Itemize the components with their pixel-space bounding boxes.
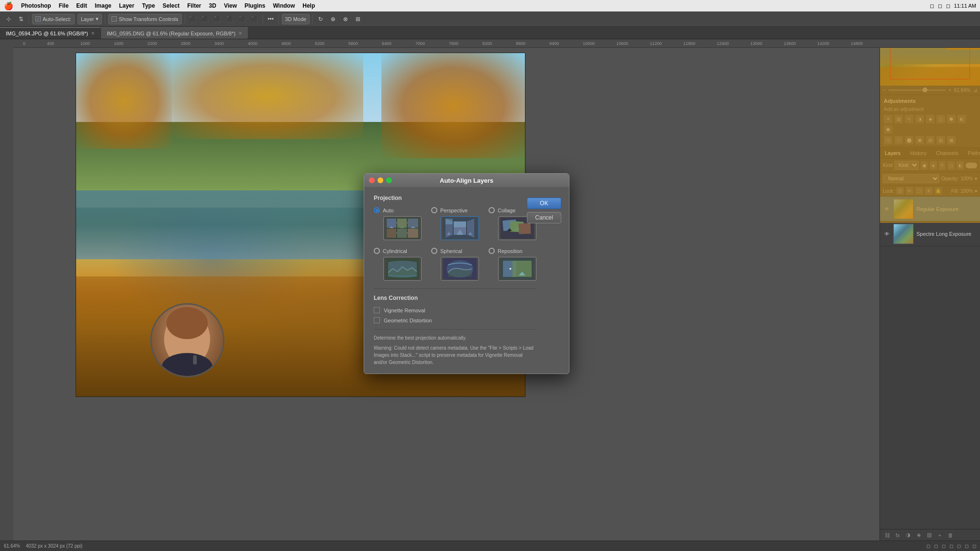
geometric-label: Geometric Distortion bbox=[384, 318, 432, 323]
tab-img-0594[interactable]: IMG_0594.JPG @ 61.6% (RGB/8*) ✕ bbox=[0, 27, 101, 39]
auto-select-dropdown[interactable]: Layer ▾ bbox=[78, 14, 102, 24]
spherical-radio[interactable] bbox=[431, 248, 437, 254]
status-icon-3[interactable]: ◻ bbox=[942, 543, 946, 549]
projection-auto[interactable]: Auto bbox=[374, 207, 422, 240]
svg-text:7000: 7000 bbox=[415, 41, 425, 46]
3d-menu[interactable]: 3D bbox=[209, 2, 216, 9]
window-menu[interactable]: Window bbox=[273, 2, 295, 9]
edit-menu[interactable]: Edit bbox=[76, 2, 87, 9]
perspective-radio-row: Perspective bbox=[431, 207, 468, 213]
dialog-cancel-button[interactable]: Cancel bbox=[527, 212, 561, 223]
apple-menu[interactable]: 🍎 bbox=[4, 1, 13, 11]
3d-tool-3-icon[interactable]: ⊗ bbox=[341, 14, 350, 24]
dialog-ok-button[interactable]: OK bbox=[527, 198, 561, 209]
tab-close-1[interactable]: ✕ bbox=[238, 31, 242, 36]
image-menu[interactable]: Image bbox=[95, 2, 111, 9]
svg-text:13000: 13000 bbox=[750, 41, 762, 46]
perspective-radio[interactable] bbox=[431, 207, 437, 213]
svg-text:11800: 11800 bbox=[683, 41, 695, 46]
align-bottom-icon[interactable]: ⬛ bbox=[250, 14, 260, 24]
show-transform-checkbox[interactable]: Show Transform Controls bbox=[108, 14, 181, 24]
projection-perspective[interactable]: Perspective bbox=[431, 207, 479, 240]
vignette-label: Vignette Removal bbox=[384, 308, 425, 313]
align-left-icon[interactable]: ⬛ bbox=[188, 14, 198, 24]
rotation-tool-icon[interactable]: ↻ bbox=[316, 14, 325, 24]
minimize-traffic-light[interactable] bbox=[378, 177, 383, 183]
tab-close-0[interactable]: ✕ bbox=[91, 31, 95, 36]
status-icon-7[interactable]: ◻ bbox=[972, 543, 976, 549]
align-top-icon[interactable]: ⬛ bbox=[225, 14, 235, 24]
maximize-traffic-light[interactable] bbox=[386, 177, 392, 183]
spherical-icon-box[interactable] bbox=[441, 257, 479, 281]
view-menu[interactable]: View bbox=[224, 2, 237, 9]
projection-spherical[interactable]: Spherical bbox=[431, 248, 479, 281]
layer-menu[interactable]: Layer bbox=[119, 2, 134, 9]
status-icon-1[interactable]: ◻ bbox=[926, 543, 930, 549]
arrange-icon[interactable]: ⇅ bbox=[16, 14, 26, 24]
layer-style-icon[interactable]: fx bbox=[893, 531, 902, 540]
layer-item-regular[interactable]: 👁 Regular Exposure bbox=[880, 197, 980, 221]
auto-icon-box[interactable] bbox=[383, 216, 422, 240]
webcam-overlay bbox=[150, 303, 224, 377]
perspective-label: Perspective bbox=[440, 208, 468, 213]
status-icon-6[interactable]: ◻ bbox=[965, 543, 969, 549]
projection-cylindrical[interactable]: Cylindrical bbox=[374, 248, 422, 281]
auto-select-checkbox[interactable]: ✓ Auto-Select: bbox=[32, 14, 75, 24]
cylindrical-radio[interactable] bbox=[374, 248, 380, 254]
vignette-checkbox[interactable] bbox=[374, 307, 380, 313]
3d-tool-4-icon[interactable]: ⊞ bbox=[353, 14, 363, 24]
move-tool-icon[interactable]: ⊹ bbox=[4, 14, 13, 24]
separator-2 bbox=[105, 14, 105, 24]
layer-new-icon[interactable]: + bbox=[935, 531, 944, 540]
traffic-lights bbox=[369, 177, 392, 183]
tab-img-0595[interactable]: IMG_0595.DNG @ 61.6% (Regular Exposure, … bbox=[101, 27, 248, 39]
svg-text:2200: 2200 bbox=[147, 41, 157, 46]
svg-text:1000: 1000 bbox=[80, 41, 90, 46]
plugins-menu[interactable]: Plugins bbox=[245, 2, 265, 9]
align-center-h-icon[interactable]: ⬛ bbox=[200, 14, 210, 24]
status-icon-4[interactable]: ◻ bbox=[949, 543, 953, 549]
close-traffic-light[interactable] bbox=[369, 177, 375, 183]
status-icon-2[interactable]: ◻ bbox=[934, 543, 938, 549]
align-center-v-icon[interactable]: ⬛ bbox=[238, 14, 247, 24]
svg-text:4600: 4600 bbox=[281, 41, 291, 46]
status-icon-5[interactable]: ◻ bbox=[957, 543, 961, 549]
right-panel: Navigator Histogram − + 61.64% ⊿ Adjustm… bbox=[880, 11, 980, 540]
perspective-icon-box[interactable] bbox=[441, 216, 479, 240]
filter-menu[interactable]: Filter bbox=[187, 2, 201, 9]
geometric-checkbox[interactable] bbox=[374, 317, 380, 323]
layer-item-spectre[interactable]: 👁 Spectre Long Exposure bbox=[880, 221, 980, 246]
collage-radio[interactable] bbox=[489, 207, 495, 213]
reposition-icon-box[interactable] bbox=[498, 257, 536, 281]
options-toolbar: ⊹ ⇅ ✓ Auto-Select: Layer ▾ Show Transfor… bbox=[0, 11, 980, 27]
3d-mode-btn[interactable]: 3D Mode bbox=[282, 14, 310, 24]
layer-thumb-spectre bbox=[893, 224, 913, 244]
reposition-radio[interactable] bbox=[489, 248, 495, 254]
layer-eye-spectre[interactable]: 👁 bbox=[883, 230, 891, 238]
auto-radio[interactable] bbox=[374, 207, 380, 213]
projection-title: Projection bbox=[374, 195, 536, 201]
file-menu[interactable]: File bbox=[59, 2, 69, 9]
layer-group-icon[interactable]: ▨ bbox=[925, 531, 934, 540]
align-right-icon[interactable]: ⬛ bbox=[213, 14, 223, 24]
layer-adj-icon[interactable]: ◈ bbox=[914, 531, 923, 540]
svg-rect-31 bbox=[193, 355, 197, 364]
layer-mask-icon[interactable]: ◑ bbox=[904, 531, 913, 540]
3d-tool-2-icon[interactable]: ⊕ bbox=[328, 14, 338, 24]
projection-reposition[interactable]: Reposition bbox=[489, 248, 536, 281]
mac-menubar: 🍎 Photoshop File Edit Image Layer Type S… bbox=[0, 0, 980, 11]
collage-radio-row: Collage bbox=[489, 207, 515, 213]
layer-link-icon[interactable]: ⛓ bbox=[883, 531, 891, 540]
more-options-icon[interactable]: ••• bbox=[266, 14, 276, 24]
dialog-content-wrapper: Projection Auto bbox=[364, 187, 569, 374]
select-menu[interactable]: Select bbox=[163, 2, 179, 9]
svg-text:6400: 6400 bbox=[382, 41, 391, 46]
help-menu[interactable]: Help bbox=[302, 2, 315, 9]
lens-correction-section: Lens Correction Vignette Removal Geometr… bbox=[374, 288, 536, 323]
app-name-menu[interactable]: Photoshop bbox=[21, 2, 51, 9]
status-zoom[interactable]: 61.64% bbox=[4, 543, 20, 549]
type-menu[interactable]: Type bbox=[142, 2, 155, 9]
layer-delete-icon[interactable]: 🗑 bbox=[946, 531, 955, 540]
cylindrical-icon-box[interactable] bbox=[383, 257, 422, 281]
svg-text:10600: 10600 bbox=[616, 41, 628, 46]
